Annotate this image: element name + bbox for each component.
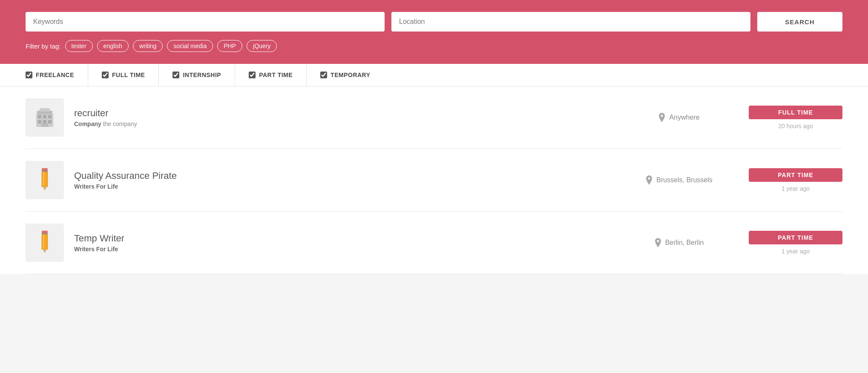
filter-checkbox-item[interactable]: INTERNSHIP [172, 64, 235, 86]
filter-label: PART TIME [259, 72, 293, 78]
job-meta: PART TIME1 year ago [749, 168, 842, 192]
svg-rect-23 [43, 234, 44, 248]
job-info: Temp WriterWriters For Life [74, 233, 609, 252]
svg-rect-5 [43, 120, 46, 123]
location-text: Berlin, Berlin [665, 239, 704, 247]
job-meta: PART TIME1 year ago [749, 231, 842, 255]
tag-button[interactable]: social media [167, 40, 213, 52]
job-icon [26, 224, 64, 262]
svg-rect-1 [38, 115, 41, 118]
job-row[interactable]: recruiterCompany the company AnywhereFUL… [26, 86, 842, 149]
job-posted-time: 1 year ago [749, 248, 842, 255]
svg-rect-7 [41, 123, 48, 127]
job-location: Anywhere [619, 113, 739, 122]
job-location: Berlin, Berlin [619, 238, 739, 247]
location-text: Anywhere [669, 114, 699, 121]
job-row[interactable]: Quality Assurance PirateWriters For Life… [26, 149, 842, 212]
jobs-container: recruiterCompany the company AnywhereFUL… [0, 86, 868, 274]
job-location: Brussels, Brussels [619, 175, 739, 185]
filter-checkbox-item[interactable]: FREELANCE [26, 64, 88, 86]
job-company: Company the company [74, 121, 609, 127]
tag-button[interactable]: jQuery [247, 40, 277, 52]
filter-label: INTERNSHIP [183, 72, 221, 78]
job-company: Writers For Life [74, 183, 609, 190]
job-type-badge: PART TIME [749, 231, 842, 244]
filter-by-label: Filter by tag: [26, 43, 61, 50]
location-text: Brussels, Brussels [656, 176, 713, 184]
job-posted-time: 1 year ago [749, 185, 842, 192]
svg-rect-3 [48, 115, 52, 118]
tag-button[interactable]: tester [65, 40, 93, 52]
job-title: Temp Writer [74, 233, 609, 244]
svg-rect-6 [48, 120, 52, 123]
job-row[interactable]: Temp WriterWriters For Life Berlin, Berl… [26, 212, 842, 274]
svg-rect-15 [43, 172, 44, 186]
job-posted-time: 20 hours ago [749, 123, 842, 129]
job-meta: FULL TIME20 hours ago [749, 106, 842, 129]
svg-rect-22 [42, 233, 48, 235]
svg-rect-21 [42, 231, 48, 234]
job-company: Writers For Life [74, 246, 609, 252]
filter-checkbox[interactable] [320, 72, 327, 78]
job-title: Quality Assurance Pirate [74, 170, 609, 181]
job-type-badge: PART TIME [749, 168, 842, 182]
filter-checkbox[interactable] [102, 72, 109, 78]
job-icon [26, 161, 64, 199]
filters-bar: FREELANCEFULL TIMEINTERNSHIPPART TIMETEM… [0, 64, 868, 86]
filter-checkbox-item[interactable]: PART TIME [249, 64, 307, 86]
job-icon [26, 98, 64, 137]
header: SEARCH Filter by tag: testerenglishwriti… [0, 0, 868, 64]
svg-rect-14 [42, 171, 48, 172]
svg-rect-4 [38, 120, 41, 123]
filter-checkbox[interactable] [249, 72, 256, 78]
filter-checkbox[interactable] [26, 72, 32, 78]
filter-label: TEMPORARY [331, 72, 370, 78]
svg-rect-2 [43, 115, 46, 118]
filter-checkbox-item[interactable]: TEMPORARY [320, 64, 384, 86]
svg-rect-9 [40, 108, 50, 112]
tag-button[interactable]: PHP [217, 40, 242, 52]
job-title: recruiter [74, 108, 609, 119]
filter-checkbox-item[interactable]: FULL TIME [102, 64, 159, 86]
job-type-badge: FULL TIME [749, 106, 842, 119]
job-info: recruiterCompany the company [74, 108, 609, 127]
filter-label: FULL TIME [112, 72, 145, 78]
tag-button[interactable]: english [97, 40, 129, 52]
tag-button[interactable]: writing [133, 40, 163, 52]
keywords-input[interactable] [26, 12, 385, 32]
location-input[interactable] [391, 12, 750, 32]
filter-checkbox[interactable] [172, 72, 179, 78]
svg-rect-13 [42, 168, 48, 171]
search-row: SEARCH [26, 12, 842, 32]
job-info: Quality Assurance PirateWriters For Life [74, 170, 609, 190]
search-button[interactable]: SEARCH [757, 12, 842, 32]
tag-filter-row: Filter by tag: testerenglishwritingsocia… [26, 40, 842, 52]
tags-container: testerenglishwritingsocial mediaPHPjQuer… [65, 40, 277, 52]
filter-label: FREELANCE [36, 72, 74, 78]
